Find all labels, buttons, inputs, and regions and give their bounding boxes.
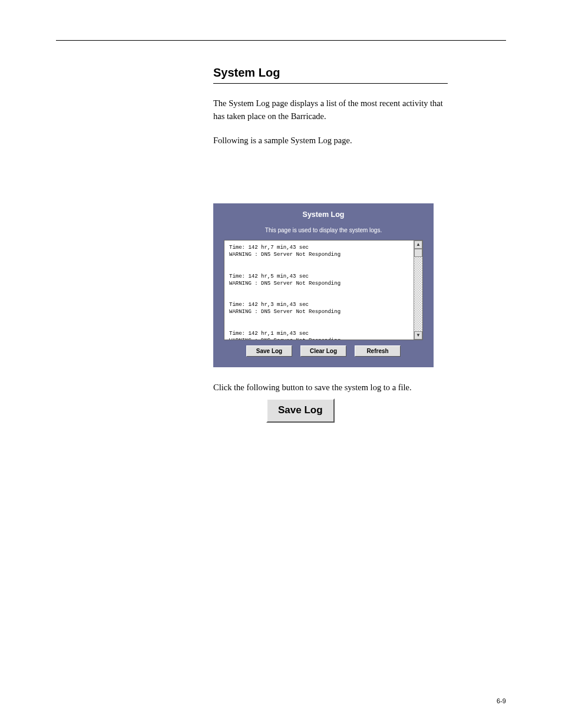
clear-log-button[interactable]: Clear Log: [300, 345, 346, 357]
section-heading: System Log: [213, 66, 448, 80]
panel-title: System Log: [213, 203, 434, 219]
scroll-down-icon[interactable]: ▼: [414, 331, 422, 340]
scroll-up-icon[interactable]: ▲: [414, 241, 422, 249]
figure-caption: Following is a sample System Log page.: [213, 134, 443, 147]
save-log-big-button[interactable]: Save Log: [266, 398, 335, 422]
panel-button-row: Save Log Clear Log Refresh: [213, 345, 434, 357]
refresh-button[interactable]: Refresh: [355, 345, 401, 357]
section-underline: [213, 83, 448, 84]
save-instruction-block: Click the following button to save the s…: [213, 381, 412, 426]
log-content: Time: 142 hr,7 min,43 sec WARNING : DNS …: [224, 241, 414, 340]
page-number: 6-9: [497, 697, 506, 704]
document-page: System Log The System Log page displays …: [0, 0, 562, 728]
system-log-panel: System Log This page is used to display …: [213, 203, 434, 367]
save-log-button[interactable]: Save Log: [246, 345, 292, 357]
log-textarea[interactable]: Time: 142 hr,7 min,43 sec WARNING : DNS …: [224, 240, 423, 340]
save-instruction-text: Click the following button to save the s…: [213, 381, 412, 394]
panel-description: This page is used to display the system …: [213, 219, 434, 233]
intro-paragraph: The System Log page displays a list of t…: [213, 97, 443, 123]
section-body: System Log The System Log page displays …: [213, 66, 448, 147]
horizontal-rule: [56, 40, 506, 41]
scrollbar[interactable]: ▲ ▼: [414, 241, 422, 340]
scroll-thumb[interactable]: [414, 249, 422, 257]
